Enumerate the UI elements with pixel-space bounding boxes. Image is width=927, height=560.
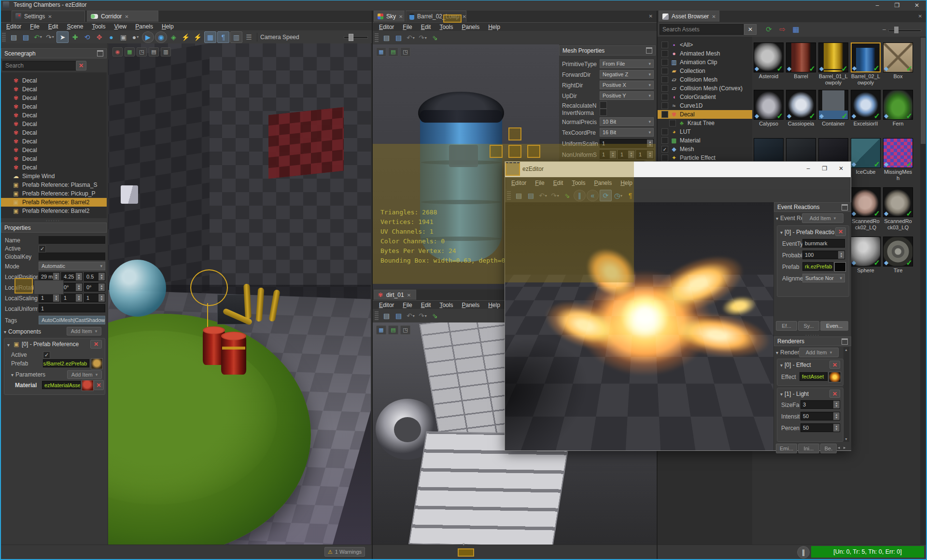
menu-item[interactable]: Edit	[417, 301, 435, 309]
menu-item[interactable]: File	[398, 23, 416, 31]
menu-item[interactable]: Editor	[375, 23, 398, 31]
save-icon[interactable]: ▤	[8, 32, 19, 42]
save-icon[interactable]: ▤	[381, 32, 392, 43]
type-checkbox[interactable]	[661, 111, 668, 118]
save-all-icon[interactable]: ▤	[393, 32, 404, 43]
name-field[interactable]	[39, 236, 105, 244]
effect-asset-field[interactable]: fectAsset	[800, 372, 828, 381]
asset-item[interactable]: Calypso	[754, 90, 784, 133]
type-checkbox[interactable]	[661, 128, 668, 135]
menu-item[interactable]: Help	[157, 23, 178, 30]
redo-icon[interactable]: ↷	[417, 310, 428, 321]
scaling-y-stepper[interactable]: 1	[61, 294, 83, 302]
prefab-asset-field[interactable]: rk.ezPrefab	[802, 262, 833, 271]
type-checkbox[interactable]	[661, 94, 668, 100]
scenegraph-search-input[interactable]	[2, 61, 76, 70]
primitivetype-dropdown[interactable]: From File	[600, 59, 654, 68]
asset-item[interactable]: ExcelsiorII	[851, 90, 881, 133]
asset-item[interactable]: Barrel_01_Lowpoly	[818, 42, 848, 86]
scenegraph-item[interactable]: Decal	[1, 128, 107, 137]
pause-effect-icon[interactable]: ∥	[574, 190, 586, 201]
prefab-asset-field[interactable]: cts/Barrel2.ezPrefab	[43, 359, 89, 367]
greyboxing-icon[interactable]: ▣	[118, 32, 129, 42]
scenegraph-item[interactable]: Prefab Reference: Pickup_P	[1, 189, 107, 198]
menu-item[interactable]: Panels	[131, 23, 157, 30]
asset-type-item[interactable]: <All>	[658, 41, 752, 49]
menu-item[interactable]: Panels	[457, 301, 484, 309]
menu-item[interactable]: File	[26, 23, 43, 30]
asset-item[interactable]: ScannedRock02_LQ	[851, 187, 881, 231]
undo-icon[interactable]: ↶	[405, 32, 416, 43]
play-scene-icon[interactable]: ▶	[142, 31, 154, 43]
type-checkbox[interactable]	[661, 146, 668, 153]
asset-item[interactable]: Container	[818, 90, 848, 133]
menu-item[interactable]: View	[110, 23, 131, 30]
toolbar-grip[interactable]	[375, 311, 379, 320]
components-label[interactable]: Components	[4, 328, 41, 335]
scene-viewport[interactable]: ◉▦◳▤▥	[108, 43, 371, 545]
save-view-icon[interactable]: ▤	[149, 47, 159, 56]
globalkey-field[interactable]	[39, 252, 105, 260]
toolbar-grip[interactable]	[375, 33, 379, 42]
material-asset-field[interactable]: ezMaterialAsset	[42, 381, 81, 389]
type-checkbox[interactable]	[669, 120, 676, 126]
tab-scroll-left-icon[interactable]: ◂	[838, 445, 840, 450]
nonuniform-x-stepper[interactable]: 1	[600, 150, 617, 159]
asset-type-item[interactable]: LUT	[658, 127, 752, 136]
camera-speed-slider-thumb[interactable]	[349, 34, 353, 41]
effect-thumbnail-button[interactable]	[829, 372, 841, 382]
save-icon[interactable]: ▤	[513, 190, 524, 201]
menu-item[interactable]: Edit	[549, 179, 568, 187]
search-clear-icon[interactable]	[76, 61, 86, 70]
rotate-tool-icon[interactable]: ⟲	[82, 32, 93, 42]
asset-search-clear-icon[interactable]: ✕	[744, 24, 757, 35]
toolbar-grip[interactable]	[2, 33, 6, 42]
camera-speed-slider[interactable]	[344, 36, 368, 39]
nonuniform-y-stepper[interactable]: 1	[618, 150, 635, 159]
type-checkbox[interactable]	[661, 76, 668, 83]
tab-close-icon[interactable]	[462, 14, 466, 19]
alignment-dropdown[interactable]: Surface Nor	[802, 274, 845, 282]
transform-asset-icon[interactable]: ⇘	[429, 310, 440, 321]
type-checkbox[interactable]	[661, 50, 668, 57]
maximize-button[interactable]: ❐	[817, 164, 832, 173]
position-y-stepper[interactable]: 4.25	[61, 272, 83, 281]
asset-item[interactable]: Asteroid	[754, 42, 784, 86]
asset-type-item[interactable]: Collision Mesh	[658, 75, 752, 84]
asset-type-item[interactable]: Animation Clip	[658, 58, 752, 67]
effect-renderer-header[interactable]: [0] - Effect	[780, 362, 811, 368]
menu-item[interactable]: Panels	[457, 23, 484, 31]
event-reactions-add-item-button[interactable]: Add Item	[802, 213, 843, 223]
maximize-view-icon[interactable]: ◳	[137, 47, 147, 56]
tab-close-icon[interactable]	[399, 14, 403, 19]
type-checkbox[interactable]	[661, 102, 668, 109]
tab-close-icon[interactable]	[407, 293, 411, 298]
menu-item[interactable]: File	[531, 179, 548, 187]
type-checkbox[interactable]	[661, 68, 668, 74]
save-all-icon[interactable]: ▤	[20, 32, 31, 42]
warnings-button[interactable]: ⚠ 1 Warnings	[324, 547, 365, 557]
mode-dropdown[interactable]: Automatic	[39, 262, 105, 270]
keep-simulation-icon[interactable]: ◉	[155, 31, 167, 43]
nonuniform-z-stepper[interactable]: 1	[636, 150, 654, 159]
parameters-add-item-button[interactable]: Add Item	[67, 370, 102, 379]
remove-reaction-button[interactable]	[835, 227, 846, 236]
prefab-asset-thumbnail-button[interactable]	[91, 358, 103, 369]
simulate-icon[interactable]: ◈	[168, 32, 179, 42]
light-renderer-header[interactable]: [1] - Light	[780, 391, 809, 397]
float-panel-icon[interactable]	[646, 47, 652, 54]
dock-close-icon[interactable]	[918, 14, 922, 19]
scenegraph-item[interactable]: Prefab Reference: Plasma_S	[1, 181, 107, 189]
type-checkbox[interactable]	[661, 59, 668, 66]
position-z-stepper[interactable]: 0.5	[84, 272, 105, 281]
menu-item[interactable]: Help	[484, 301, 505, 309]
renderers-group-label[interactable]: Rendere	[776, 349, 801, 356]
components-add-item-button[interactable]: Add Item	[67, 327, 101, 336]
asset-item[interactable]: Box	[883, 42, 913, 86]
asset-item[interactable]: ScannedRock03_LQ	[883, 187, 913, 231]
minimize-button[interactable]: –	[868, 0, 887, 10]
maximize-view-icon[interactable]: ◳	[400, 47, 410, 56]
translate-tool-icon[interactable]: ✚	[70, 32, 81, 42]
red-barrel[interactable]	[221, 335, 246, 375]
tab-asset-browser[interactable]: Asset Browser	[659, 11, 719, 22]
